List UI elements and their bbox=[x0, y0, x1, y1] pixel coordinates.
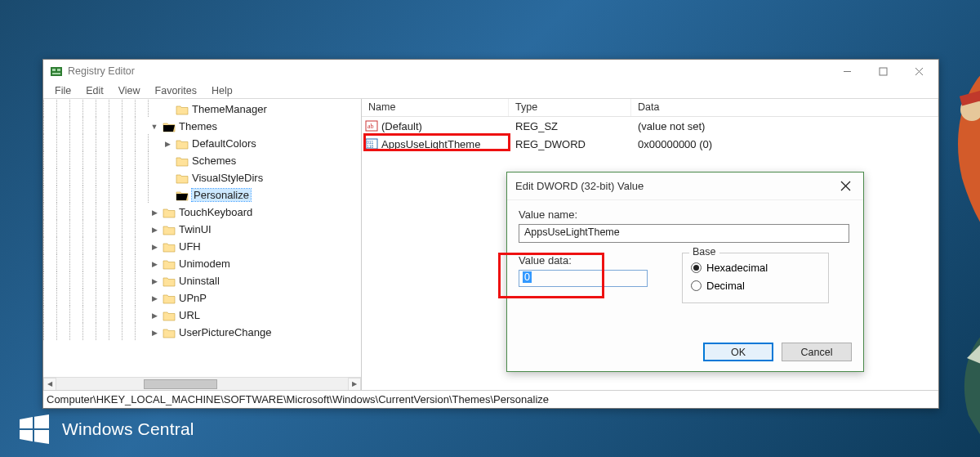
folder-icon bbox=[163, 121, 176, 132]
menu-file[interactable]: File bbox=[48, 83, 78, 98]
col-type[interactable]: Type bbox=[509, 99, 631, 116]
folder-icon bbox=[163, 310, 176, 321]
menu-view[interactable]: View bbox=[112, 83, 147, 98]
folder-icon bbox=[176, 104, 189, 115]
dialog-buttons: OK Cancel bbox=[507, 343, 863, 371]
tree-item[interactable]: ▶Uninstall bbox=[43, 272, 361, 289]
tree-item-label: Personalize bbox=[192, 189, 251, 201]
expander-icon[interactable] bbox=[161, 186, 174, 204]
svg-rect-20 bbox=[960, 91, 980, 106]
list-header: Name Type Data bbox=[362, 99, 938, 117]
expander-icon[interactable] bbox=[161, 152, 174, 169]
expander-icon[interactable]: ▼ bbox=[148, 118, 161, 135]
folder-icon bbox=[176, 138, 189, 150]
menu-help[interactable]: Help bbox=[205, 83, 239, 98]
value-type-icon: ab bbox=[365, 119, 378, 132]
expander-icon[interactable] bbox=[161, 169, 174, 186]
tree-item[interactable]: ▶TwinUI bbox=[43, 221, 361, 238]
value-name: (Default) bbox=[381, 120, 422, 132]
horizontal-scrollbar[interactable]: ◀ ▶ bbox=[43, 377, 361, 390]
radio-decimal[interactable]: Decimal bbox=[691, 276, 820, 294]
list-row[interactable]: ab(Default)REG_SZ(value not set) bbox=[362, 117, 938, 135]
dialog-close-button[interactable] bbox=[835, 177, 855, 196]
tree-item[interactable]: Personalize bbox=[43, 186, 361, 204]
value-data-field[interactable]: 0 bbox=[519, 270, 648, 287]
tree-item[interactable]: ▼Themes bbox=[43, 118, 361, 135]
close-button[interactable] bbox=[901, 60, 937, 83]
scroll-left-icon[interactable]: ◀ bbox=[43, 378, 56, 391]
expander-icon[interactable]: ▶ bbox=[148, 324, 161, 341]
svg-rect-5 bbox=[880, 68, 887, 75]
dialog-title: Edit DWORD (32-bit) Value bbox=[515, 180, 835, 192]
tree-item[interactable]: ▶UserPictureChange bbox=[43, 324, 361, 341]
svg-marker-16 bbox=[34, 414, 49, 428]
tree-item-label: VisualStyleDirs bbox=[192, 172, 263, 184]
tree-item-label: UFH bbox=[179, 240, 201, 253]
tree-item[interactable]: ▶Unimodem bbox=[43, 255, 361, 272]
tree-item-label: Themes bbox=[179, 120, 217, 132]
svg-text:ab: ab bbox=[368, 123, 374, 130]
expander-icon[interactable]: ▶ bbox=[148, 221, 161, 238]
tree-item-label: TouchKeyboard bbox=[179, 206, 252, 218]
tree-item-label: TwinUI bbox=[179, 223, 212, 235]
svg-marker-17 bbox=[20, 430, 33, 441]
regedit-icon bbox=[50, 65, 63, 78]
folder-icon bbox=[176, 172, 189, 184]
cancel-button[interactable]: Cancel bbox=[782, 343, 852, 361]
folder-icon bbox=[176, 155, 189, 167]
expander-icon[interactable]: ▶ bbox=[148, 272, 161, 289]
svg-text:110: 110 bbox=[367, 144, 374, 149]
value-type: REG_DWORD bbox=[509, 138, 631, 150]
svg-marker-15 bbox=[20, 417, 33, 428]
tree-item[interactable]: ▶URL bbox=[43, 307, 361, 324]
expander-icon[interactable]: ▶ bbox=[161, 135, 174, 152]
tree-item[interactable]: VisualStyleDirs bbox=[43, 169, 361, 186]
tree-item[interactable]: ThemeManager bbox=[43, 101, 361, 118]
mascot-decoration bbox=[944, 64, 980, 440]
col-name[interactable]: Name bbox=[362, 99, 509, 116]
folder-icon bbox=[163, 276, 176, 287]
value-name-label: Value name: bbox=[519, 208, 852, 221]
tree-item[interactable]: ▶UFH bbox=[43, 238, 361, 255]
col-data[interactable]: Data bbox=[631, 99, 938, 116]
expander-icon[interactable] bbox=[161, 101, 174, 118]
scrollbar-thumb[interactable] bbox=[144, 379, 217, 389]
value-type-icon: 011110 bbox=[365, 137, 378, 150]
tree-item[interactable]: ▶UPnP bbox=[43, 289, 361, 307]
tree-item-label: Schemes bbox=[192, 155, 236, 167]
tree-item[interactable]: Schemes bbox=[43, 152, 361, 169]
minimize-button[interactable] bbox=[829, 60, 865, 83]
tree-item-label: URL bbox=[179, 309, 200, 321]
list-row[interactable]: 011110AppsUseLightThemeREG_DWORD0x000000… bbox=[362, 135, 938, 153]
radio-dec-label: Decimal bbox=[706, 280, 745, 292]
dialog-body: Value name: AppsUseLightTheme Value data… bbox=[507, 200, 863, 343]
radio-hex-label: Hexadecimal bbox=[706, 262, 768, 274]
expander-icon[interactable]: ▶ bbox=[148, 204, 161, 221]
value-name-field[interactable]: AppsUseLightTheme bbox=[519, 224, 849, 243]
menu-edit[interactable]: Edit bbox=[79, 83, 110, 98]
radio-hexadecimal[interactable]: Hexadecimal bbox=[691, 258, 820, 276]
menu-favorites[interactable]: Favorites bbox=[149, 83, 203, 98]
tree[interactable]: ThemeManager▼Themes▶DefaultColorsSchemes… bbox=[43, 99, 361, 377]
tree-item[interactable]: ▶TouchKeyboard bbox=[43, 204, 361, 221]
expander-icon[interactable]: ▶ bbox=[148, 238, 161, 255]
titlebar: Registry Editor bbox=[43, 60, 938, 83]
windows-logo-icon bbox=[18, 413, 51, 446]
expander-icon[interactable]: ▶ bbox=[148, 289, 161, 307]
base-groupbox: Base Hexadecimal Decimal bbox=[682, 253, 829, 303]
folder-icon bbox=[163, 207, 176, 218]
scrollbar-track[interactable] bbox=[56, 378, 348, 391]
scroll-right-icon[interactable]: ▶ bbox=[348, 378, 361, 391]
maximize-button[interactable] bbox=[865, 60, 901, 83]
folder-icon bbox=[163, 327, 176, 338]
expander-icon[interactable]: ▶ bbox=[148, 307, 161, 324]
tree-item-label: UserPictureChange bbox=[179, 326, 271, 338]
watermark: Windows Central bbox=[18, 413, 194, 446]
ok-button[interactable]: OK bbox=[703, 343, 773, 361]
value-name: AppsUseLightTheme bbox=[381, 138, 480, 150]
expander-icon[interactable]: ▶ bbox=[148, 255, 161, 272]
tree-item[interactable]: ▶DefaultColors bbox=[43, 135, 361, 152]
folder-icon bbox=[176, 190, 189, 201]
menubar: File Edit View Favorites Help bbox=[43, 83, 938, 99]
svg-rect-0 bbox=[51, 67, 62, 76]
